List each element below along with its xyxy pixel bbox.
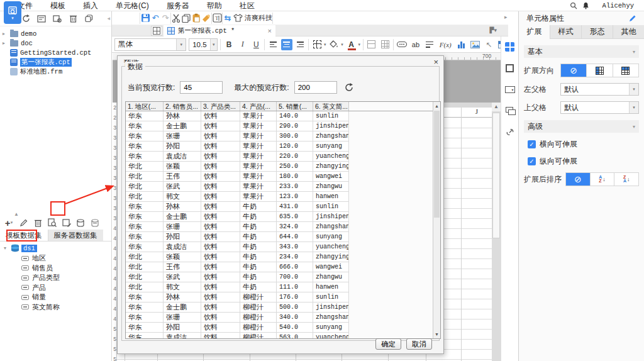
barcode-button[interactable] <box>396 39 408 50</box>
collapse-right-panel-icon[interactable]: ▸ <box>504 14 508 20</box>
save-icon[interactable] <box>140 13 150 23</box>
dataset-field[interactable]: 地区 <box>0 253 111 264</box>
ok-button[interactable]: 确定 <box>375 338 401 350</box>
expand-arrow-icon[interactable]: ▸ <box>3 31 8 36</box>
align-right-button[interactable] <box>295 39 306 50</box>
delete-icon[interactable] <box>68 14 78 24</box>
file-tree-item[interactable]: ▸doc <box>0 38 111 48</box>
scroll-up-icon[interactable]: ▲ <box>492 103 501 111</box>
transfer-dataset-icon[interactable] <box>91 218 101 228</box>
report-block-icon[interactable] <box>505 42 515 52</box>
table-column-header[interactable]: 2. 销售员... <box>164 102 201 111</box>
expand-arrow-icon[interactable]: ▸ <box>3 40 8 46</box>
underline-button[interactable]: U <box>251 39 262 50</box>
expand-horizontal-button[interactable] <box>613 64 638 77</box>
menu-item[interactable]: 帮助 <box>198 0 231 11</box>
dialog-close-icon[interactable]: × <box>433 57 438 67</box>
italic-button[interactable]: I <box>237 39 248 50</box>
chevron-down-icon[interactable]: ▾ <box>324 42 326 47</box>
dataset-field[interactable]: 英文简称 <box>0 303 111 313</box>
hyperlink-icon[interactable] <box>505 127 515 137</box>
edit-pencil-icon[interactable] <box>628 14 636 23</box>
menu-item[interactable]: 服务器 <box>158 0 198 11</box>
user-account-badge[interactable]: Alicehyy <box>592 0 644 11</box>
close-tab-icon[interactable]: × <box>268 27 272 35</box>
current-rows-input[interactable] <box>180 81 223 94</box>
theme-shirt-icon[interactable] <box>233 13 243 23</box>
collapse-toolbar-icon[interactable]: ▛▾ <box>490 27 497 33</box>
table-column-header[interactable]: 4. 产品(... <box>240 102 277 111</box>
tab-expand[interactable]: 扩展 <box>519 25 550 39</box>
preview-dataset-icon[interactable] <box>47 218 57 228</box>
align-center-button[interactable] <box>281 39 292 50</box>
max-rows-input[interactable] <box>294 81 337 94</box>
tab-server-datasets[interactable]: 服务器数据集 <box>48 230 103 241</box>
preview-dropdown-caret[interactable]: ▾ <box>11 16 14 19</box>
copy-dataset-icon[interactable] <box>76 218 86 228</box>
scroll-down-icon[interactable]: ▼ <box>433 330 440 338</box>
shape-rect-icon[interactable] <box>505 63 515 73</box>
file-tree-item[interactable]: GettingStarted.cpt <box>0 48 111 57</box>
theme-name[interactable]: 清爽科技 <box>245 13 272 23</box>
paste-icon[interactable] <box>191 13 201 23</box>
document-tab[interactable]: 第一张报表.cpt * × <box>164 25 275 36</box>
search-icon[interactable] <box>567 0 580 11</box>
layers-icon[interactable] <box>505 106 515 116</box>
table-column-header[interactable]: 1. 地区(... <box>126 102 164 111</box>
rename-icon[interactable] <box>36 14 47 24</box>
bold-button[interactable]: B <box>223 39 235 50</box>
copy-icon[interactable] <box>181 13 191 23</box>
formula-button[interactable]: F(x) <box>437 39 453 50</box>
column-header-J[interactable]: J <box>464 108 489 115</box>
chart-button[interactable] <box>456 39 467 50</box>
table-column-header[interactable]: 3. 产品类... <box>201 102 240 111</box>
sort-desc-button[interactable]: ZA↓ <box>614 173 638 186</box>
top-parent-select[interactable]: 默认 ▾ <box>560 101 639 114</box>
refresh-icon[interactable] <box>21 14 31 24</box>
bell-icon[interactable] <box>580 0 592 11</box>
report-grid-icon[interactable] <box>151 26 162 36</box>
tab-form[interactable]: 形态 <box>581 25 613 38</box>
unmerge-cells-button[interactable] <box>380 39 391 50</box>
dataset-node-ds1[interactable]: ▾ ds1 <box>0 243 111 253</box>
image-button[interactable] <box>470 39 481 50</box>
tab-other[interactable]: 其他 <box>613 25 644 38</box>
fill-color-button[interactable] <box>329 39 340 50</box>
scroll-up-icon[interactable]: ▲ <box>433 102 440 110</box>
cell-attributes-icon[interactable]: T <box>212 13 222 23</box>
checkbox-checked-icon[interactable]: ✓ <box>528 157 536 165</box>
refresh-preview-icon[interactable] <box>345 83 353 92</box>
left-parent-select[interactable]: 默认 ▾ <box>560 83 639 96</box>
chevron-down-icon[interactable]: ▾ <box>358 42 360 47</box>
sort-none-button[interactable]: ⊘ <box>566 173 590 186</box>
font-color-button[interactable]: A <box>346 39 357 50</box>
tab-template-datasets[interactable]: 模板数据集 <box>0 230 48 241</box>
cut-icon[interactable] <box>171 13 181 23</box>
tab-style[interactable]: 样式 <box>550 25 581 38</box>
template-preview-button[interactable]: ▾ <box>4 1 21 24</box>
text-button[interactable]: ab <box>410 39 421 50</box>
collapse-section-icon[interactable]: ▾ <box>633 124 635 130</box>
sort-asc-button[interactable]: AZ↓ <box>590 173 614 186</box>
checkbox-checked-icon[interactable]: ✓ <box>528 140 536 148</box>
align-left-button[interactable] <box>267 39 279 50</box>
dataset-field[interactable]: 产品类型 <box>0 273 111 283</box>
chevron-down-icon[interactable]: ▾ <box>341 42 343 47</box>
format-painter-icon[interactable] <box>201 13 211 23</box>
scrollbar-thumb[interactable] <box>434 111 440 218</box>
edit-dataset-icon[interactable] <box>18 218 28 228</box>
expand-vertical-button[interactable] <box>586 64 612 77</box>
file-tree-item[interactable]: ▸demo <box>0 29 111 38</box>
menu-item[interactable]: 单元格(C) <box>107 0 158 11</box>
menu-item[interactable]: 社区 <box>231 0 264 11</box>
merge-cells-button[interactable] <box>366 39 377 50</box>
dataset-field[interactable]: 销售员 <box>0 264 111 274</box>
collapse-left-panel-icon[interactable]: ◂ <box>107 15 110 21</box>
canvas-vertical-scrollbar[interactable]: ▲ <box>492 103 501 361</box>
table-vertical-scrollbar[interactable]: ▲ ▼ <box>433 102 440 338</box>
file-tree-item[interactable]: 标准地图.frm <box>0 67 111 76</box>
swap-icon[interactable]: ⇆ <box>223 13 233 23</box>
scrollbar-thumb[interactable] <box>492 113 500 238</box>
undo-icon[interactable]: ↶ <box>150 13 160 23</box>
settings-file-icon[interactable] <box>52 14 62 24</box>
